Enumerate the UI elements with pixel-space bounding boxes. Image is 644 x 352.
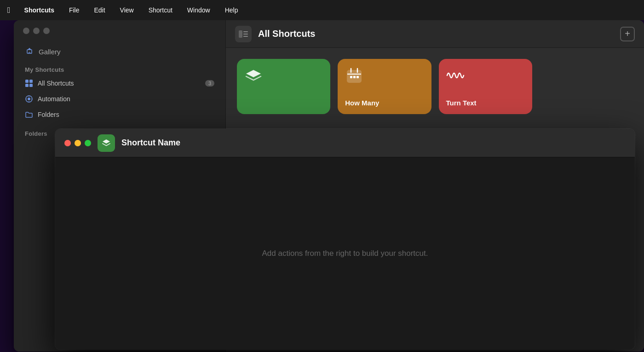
shortcut-card-1[interactable] bbox=[237, 59, 330, 114]
svg-rect-20 bbox=[353, 76, 356, 78]
all-shortcuts-label: All Shortcuts bbox=[38, 80, 74, 87]
menu-edit[interactable]: Edit bbox=[91, 6, 108, 15]
overlay-titlebar: Shortcut Name bbox=[55, 129, 635, 157]
overlay-close-button[interactable] bbox=[64, 140, 71, 146]
automation-label: Automation bbox=[38, 95, 70, 103]
shortcut-card-3[interactable]: Turn Text bbox=[439, 59, 532, 114]
traffic-lights bbox=[14, 28, 225, 43]
svg-rect-14 bbox=[243, 36, 248, 37]
add-shortcut-button[interactable]: + bbox=[620, 27, 635, 41]
shortcut-icon-waveform bbox=[446, 66, 465, 85]
all-shortcuts-icon bbox=[25, 79, 33, 87]
traffic-light-close[interactable] bbox=[23, 28, 29, 34]
shortcut-name-3: Turn Text bbox=[446, 99, 477, 107]
menu-shortcut[interactable]: Shortcut bbox=[146, 6, 175, 15]
svg-rect-21 bbox=[356, 76, 359, 78]
overlay-body: Add actions from the right to build your… bbox=[55, 157, 635, 350]
menu-help[interactable]: Help bbox=[222, 6, 241, 15]
sidebar-item-folders[interactable]: Folders bbox=[19, 107, 220, 122]
folder-label: Folders bbox=[38, 111, 59, 118]
menu-view[interactable]: View bbox=[117, 6, 137, 15]
shortcut-card-2[interactable]: How Many bbox=[338, 59, 431, 114]
svg-rect-3 bbox=[25, 84, 29, 87]
traffic-light-maximize[interactable] bbox=[43, 28, 50, 34]
menubar:  Shortcuts File Edit View Shortcut Wind… bbox=[0, 0, 644, 20]
shortcut-name-2: How Many bbox=[345, 99, 379, 107]
overlay-minimize-button[interactable] bbox=[75, 140, 81, 146]
svg-rect-1 bbox=[25, 80, 29, 83]
shortcut-editor-window: Shortcut Name Add actions from the right… bbox=[55, 129, 635, 350]
sidebar-toggle-button[interactable] bbox=[235, 26, 252, 42]
menu-shortcuts[interactable]: Shortcuts bbox=[22, 6, 57, 15]
svg-rect-11 bbox=[239, 30, 242, 38]
my-shortcuts-header: My Shortcuts bbox=[14, 61, 225, 76]
menu-file[interactable]: File bbox=[66, 6, 82, 15]
overlay-maximize-button[interactable] bbox=[85, 140, 91, 146]
folder-icon bbox=[25, 110, 33, 119]
add-icon: + bbox=[625, 29, 630, 39]
svg-rect-12 bbox=[243, 31, 248, 32]
svg-rect-19 bbox=[350, 76, 352, 78]
svg-rect-13 bbox=[243, 34, 248, 35]
main-header: All Shortcuts + bbox=[226, 20, 644, 48]
traffic-light-minimize[interactable] bbox=[33, 28, 40, 34]
shortcut-icon-calendar bbox=[345, 66, 363, 85]
overlay-title[interactable]: Shortcut Name bbox=[121, 138, 180, 148]
svg-rect-4 bbox=[29, 84, 33, 87]
automation-icon bbox=[25, 95, 33, 103]
gallery-label: Gallery bbox=[39, 48, 61, 56]
all-shortcuts-badge: 3 bbox=[205, 80, 214, 87]
svg-rect-2 bbox=[29, 80, 33, 83]
overlay-traffic-lights bbox=[64, 140, 91, 146]
shortcuts-grid: How Many Turn Text bbox=[226, 48, 644, 125]
svg-point-6 bbox=[28, 98, 30, 100]
sidebar-item-all-shortcuts[interactable]: All Shortcuts 3 bbox=[19, 76, 220, 91]
main-header-title: All Shortcuts bbox=[258, 29, 614, 39]
sidebar-item-gallery[interactable]: Gallery bbox=[19, 43, 220, 60]
menu-window[interactable]: Window bbox=[184, 6, 213, 15]
sidebar-item-automation[interactable]: Automation bbox=[19, 92, 220, 106]
overlay-app-icon bbox=[98, 134, 115, 152]
apple-menu-icon[interactable]:  bbox=[7, 6, 11, 15]
gallery-icon bbox=[25, 47, 34, 56]
shortcut-icon-layers bbox=[244, 66, 263, 85]
overlay-empty-message: Add actions from the right to build your… bbox=[262, 249, 428, 258]
sidebar-nav: Gallery bbox=[14, 43, 225, 61]
